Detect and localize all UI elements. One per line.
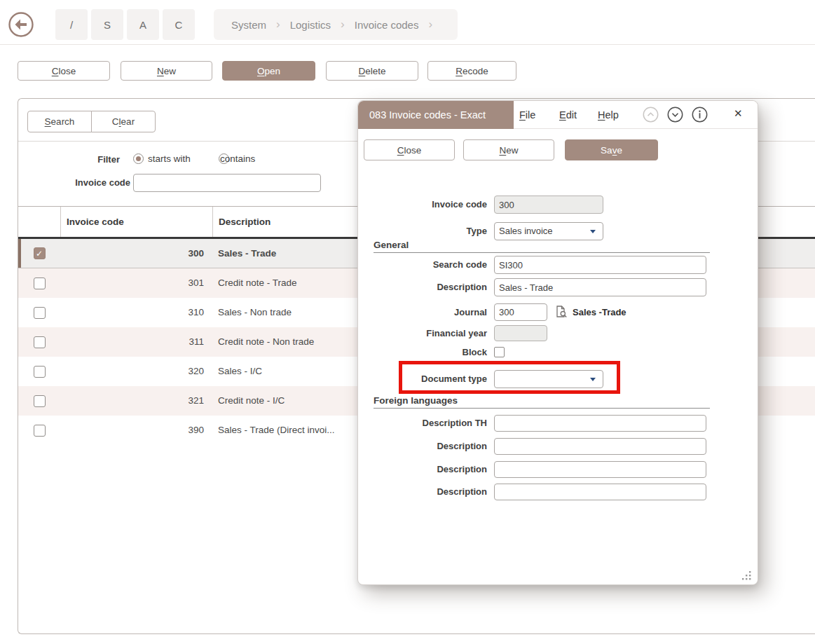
- dropdown-arrow-icon: [590, 378, 596, 381]
- menu-file[interactable]: File: [519, 101, 535, 129]
- search-code-input[interactable]: [494, 256, 706, 274]
- divider: [0, 44, 815, 45]
- lookup-icon[interactable]: [554, 305, 568, 319]
- dialog-title: 083 Invoice codes - Exact: [358, 101, 514, 129]
- row-checkbox[interactable]: [34, 278, 46, 289]
- shortcut-tile-s[interactable]: S: [91, 9, 123, 40]
- chevron-right-icon: ›: [276, 18, 280, 32]
- invoice-code-filter-input[interactable]: [133, 174, 321, 192]
- check-icon: ✓: [36, 249, 43, 258]
- section-foreign-languages: Foreign languages: [374, 395, 458, 406]
- row-checkbox[interactable]: ✓: [34, 247, 46, 259]
- header-invoice-code[interactable]: Invoice code: [60, 207, 212, 237]
- invoice-code-filter-label: Invoice code: [18, 177, 130, 188]
- filter-label: Filter: [18, 154, 120, 165]
- breadcrumb-item-invoice-codes[interactable]: Invoice codes: [355, 19, 419, 31]
- journal-linked-name: Sales -Trade: [573, 303, 626, 321]
- back-button[interactable]: [8, 11, 34, 38]
- info-icon[interactable]: [692, 107, 708, 123]
- radio-contains-label: contains: [220, 153, 255, 164]
- shortcut-tile-c[interactable]: C: [163, 9, 195, 40]
- row-checkbox[interactable]: [34, 425, 46, 437]
- type-dropdown[interactable]: Sales invoice: [494, 222, 603, 240]
- journal-input[interactable]: [494, 303, 547, 321]
- collapse-chevron-up-icon[interactable]: [643, 107, 659, 123]
- chevron-right-icon: ›: [341, 18, 345, 32]
- expand-chevron-down-icon[interactable]: [667, 107, 683, 123]
- description-2-input[interactable]: [494, 438, 706, 455]
- close-window-icon[interactable]: ✕: [734, 107, 743, 120]
- chevron-right-icon: ›: [428, 18, 432, 32]
- breadcrumb-item-logistics[interactable]: Logistics: [290, 19, 331, 31]
- dialog-close-button[interactable]: Close: [364, 139, 455, 160]
- open-button[interactable]: Open: [222, 61, 315, 81]
- header-description[interactable]: Description: [212, 207, 355, 237]
- description-th-input[interactable]: [494, 415, 706, 432]
- description-input[interactable]: [494, 278, 706, 296]
- invoice-codes-screen: / S A C System › Logistics › Invoice cod…: [0, 0, 815, 644]
- shortcut-tile-slash[interactable]: /: [55, 9, 88, 40]
- dialog-new-button[interactable]: New: [463, 139, 554, 160]
- document-type-dropdown[interactable]: [494, 370, 603, 388]
- invoice-code-input: [494, 196, 603, 214]
- radio-starts-with-label: starts with: [148, 153, 191, 164]
- description-3-label: Description: [358, 461, 487, 478]
- description-2-label: Description: [358, 438, 487, 455]
- recode-button[interactable]: Recode: [427, 61, 516, 81]
- description-4-input[interactable]: [494, 484, 706, 500]
- description-4-label: Description: [358, 484, 487, 500]
- new-button[interactable]: New: [121, 61, 212, 81]
- document-type-label: Document type: [358, 370, 487, 388]
- breadcrumb-item-system[interactable]: System: [231, 19, 266, 31]
- description-th-label: Description TH: [358, 415, 487, 432]
- delete-button[interactable]: Delete: [326, 61, 418, 81]
- financial-year-label: Financial year: [358, 325, 487, 341]
- resize-grip[interactable]: [741, 570, 753, 580]
- description-label: Description: [358, 278, 487, 296]
- close-button[interactable]: Close: [18, 61, 110, 81]
- block-checkbox[interactable]: [494, 347, 505, 357]
- block-label: Block: [358, 347, 487, 358]
- clear-button[interactable]: Clear: [91, 111, 156, 132]
- row-checkbox[interactable]: [34, 366, 46, 378]
- type-label: Type: [358, 222, 487, 240]
- breadcrumb: System › Logistics › Invoice codes ›: [214, 9, 458, 40]
- financial-year-input: [494, 325, 547, 341]
- shortcut-tile-a[interactable]: A: [127, 9, 159, 40]
- row-checkbox[interactable]: [34, 307, 46, 319]
- row-checkbox[interactable]: [34, 336, 46, 348]
- section-general: General: [374, 240, 409, 250]
- menu-edit[interactable]: Edit: [559, 101, 577, 129]
- radio-starts-with[interactable]: [133, 153, 144, 164]
- row-checkbox[interactable]: [34, 395, 46, 407]
- dialog-save-button[interactable]: Save: [565, 139, 658, 160]
- invoice-code-dialog: 083 Invoice codes - Exact File Edit Help…: [357, 100, 758, 585]
- header-checkbox-column: [18, 207, 60, 237]
- invoice-code-label: Invoice code: [358, 196, 487, 214]
- dialog-titlebar[interactable]: 083 Invoice codes - Exact File Edit Help…: [358, 101, 758, 129]
- journal-label: Journal: [358, 303, 487, 321]
- search-button[interactable]: Search: [27, 111, 92, 132]
- search-code-label: Search code: [358, 256, 487, 274]
- section-rule: [374, 252, 710, 253]
- dropdown-arrow-icon: [590, 230, 596, 233]
- section-rule: [374, 408, 710, 409]
- menu-help[interactable]: Help: [598, 101, 619, 129]
- description-3-input[interactable]: [494, 461, 706, 478]
